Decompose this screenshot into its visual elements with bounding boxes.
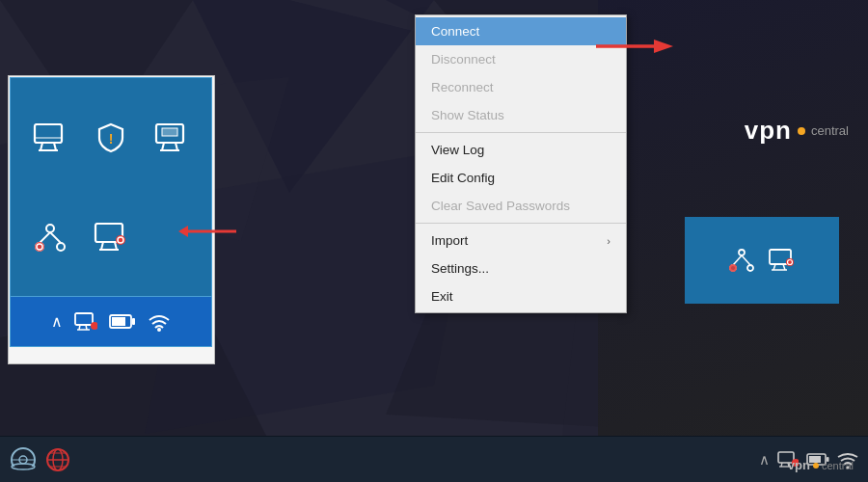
menu-separator-1: [416, 132, 626, 133]
disconnect-label: Disconnect: [431, 52, 496, 67]
left-taskbar: ∧: [11, 296, 211, 346]
import-label: Import: [431, 233, 468, 248]
context-menu: Connect Disconnect Reconnect Show Status…: [415, 14, 627, 313]
svg-marker-49: [178, 226, 188, 237]
monitor2-cell: [141, 88, 202, 187]
small-icon-row: [685, 217, 839, 304]
left-tray-popup: !: [10, 77, 212, 347]
left-annotation-arrow: [178, 220, 246, 247]
svg-text:!: !: [109, 131, 114, 147]
monitor-red-icon: [94, 223, 128, 252]
vpn-dot-top: [798, 127, 805, 135]
menu-item-settings[interactable]: Settings...: [416, 254, 626, 282]
menu-item-disconnect: Disconnect: [416, 45, 626, 73]
svg-rect-24: [162, 128, 177, 136]
shield-warning-cell: !: [81, 88, 142, 187]
right-dark-panel: vpn central: [598, 0, 868, 482]
svg-point-47: [157, 328, 161, 332]
central-text-top: central: [811, 123, 849, 138]
monitor-icon-cell: [20, 88, 81, 187]
vpn-bottom-text: vpn: [788, 458, 810, 472]
svg-marker-51: [654, 40, 673, 53]
svg-line-22: [176, 143, 177, 150]
menu-item-view-log[interactable]: View Log: [416, 136, 626, 164]
menu-item-show-status: Show Status: [416, 101, 626, 129]
svg-rect-14: [35, 124, 62, 143]
wifi-icon: [148, 312, 171, 332]
svg-line-30: [50, 232, 61, 243]
tray-icons-grid: !: [11, 78, 211, 296]
small-network-icon: [728, 247, 755, 274]
bottom-taskbar: ∧: [0, 436, 868, 482]
monitor2-icon: [154, 123, 189, 152]
view-log-label: View Log: [431, 143, 484, 157]
connect-arrow-svg: [596, 34, 673, 59]
edit-config-label: Edit Config: [431, 171, 495, 185]
exit-label: Exit: [431, 289, 453, 304]
menu-item-clear-passwords: Clear Saved Passwords: [416, 192, 626, 220]
network-icon: [34, 222, 67, 253]
svg-line-21: [162, 143, 164, 150]
svg-point-40: [91, 322, 97, 330]
vpn-logo-top: vpn central: [745, 116, 849, 146]
menu-item-connect[interactable]: Connect: [416, 17, 626, 45]
svg-point-26: [46, 225, 54, 232]
svg-line-29: [40, 232, 50, 243]
vpn-text-top: vpn: [745, 116, 792, 146]
chevron-up-taskbar: ∧: [759, 451, 770, 469]
network-icon-cell: [20, 187, 81, 286]
left-arrow-svg: [178, 220, 246, 243]
svg-line-15: [41, 143, 42, 150]
battery-icon: [109, 312, 136, 332]
disk-icon: [11, 447, 36, 472]
globe-taskbar-icon: [44, 446, 71, 473]
import-submenu-arrow: ›: [607, 235, 610, 247]
svg-line-16: [54, 143, 56, 150]
svg-line-35: [115, 242, 117, 250]
monitor-red-cell: [81, 187, 142, 286]
menu-item-edit-config[interactable]: Edit Config: [416, 164, 626, 192]
vpn-central-bottom-brand: vpn central: [788, 458, 854, 472]
disk-taskbar-icon: [10, 446, 37, 473]
menu-separator-2: [416, 223, 626, 224]
svg-point-52: [739, 250, 745, 255]
settings-label: Settings...: [431, 261, 489, 276]
svg-point-57: [729, 264, 737, 272]
reconnect-label: Reconnect: [431, 80, 494, 94]
clear-passwords-label: Clear Saved Passwords: [431, 199, 570, 213]
connect-label: Connect: [431, 24, 479, 39]
monitor-icon: [33, 123, 68, 152]
svg-rect-46: [112, 317, 125, 326]
menu-item-reconnect: Reconnect: [416, 73, 626, 101]
shield-warning-icon: !: [95, 122, 126, 153]
small-monitor-icon: [769, 249, 796, 272]
show-status-label: Show Status: [431, 108, 504, 122]
display-icon: [74, 312, 97, 332]
globe-icon: [45, 447, 70, 472]
svg-line-56: [742, 255, 750, 265]
central-bottom-text: central: [822, 460, 854, 471]
vpn-bottom-dot: [813, 463, 819, 469]
svg-line-55: [733, 255, 742, 265]
svg-rect-45: [132, 318, 135, 325]
annotation-arrow-connect: [596, 34, 673, 59]
menu-item-exit[interactable]: Exit: [416, 282, 626, 310]
svg-point-54: [747, 265, 753, 271]
small-right-icon-panel: [685, 217, 839, 304]
chevron-up-icon: ∧: [51, 312, 63, 331]
svg-point-28: [57, 243, 65, 251]
menu-item-import[interactable]: Import ›: [416, 227, 626, 254]
svg-line-34: [101, 242, 103, 250]
svg-rect-39: [75, 313, 93, 325]
